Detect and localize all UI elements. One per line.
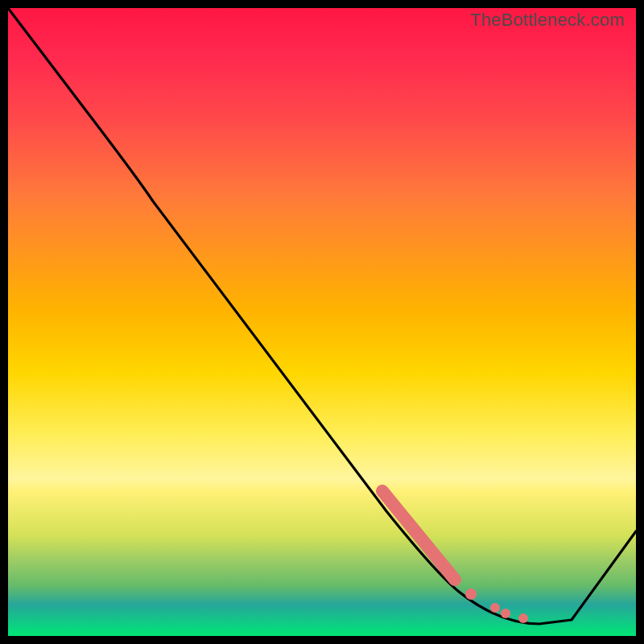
bottleneck-curve [8,8,636,624]
plot-area: TheBottleneck.com [8,8,636,636]
chart-container: TheBottleneck.com [0,0,644,644]
watermark-label: TheBottleneck.com [470,10,625,31]
highlight-dot [518,613,528,623]
highlight-dot [465,588,477,600]
chart-svg [8,8,636,636]
highlight-dot [501,609,510,618]
highlight-segment [382,491,455,580]
highlight-dot [490,603,500,613]
